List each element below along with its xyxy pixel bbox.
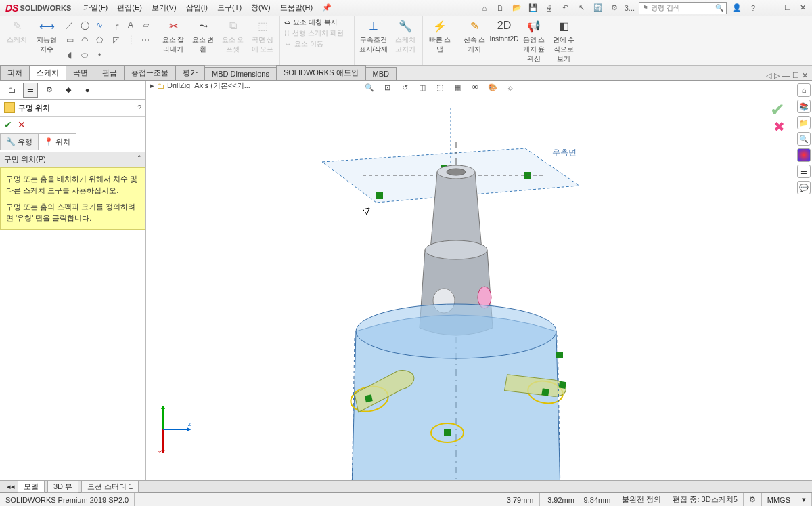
- menu-help[interactable]: 도움말(H): [280, 3, 313, 13]
- slot-icon[interactable]: ◖: [64, 49, 76, 61]
- menu-file[interactable]: 파일(F): [83, 3, 108, 13]
- status-units[interactable]: MMGS: [762, 493, 796, 506]
- rapid-snap-button[interactable]: ⚡빠른 스 냅: [427, 18, 453, 54]
- pm-tab-type[interactable]: 🔧유형: [0, 133, 39, 150]
- fillet-icon[interactable]: ╭: [110, 19, 122, 31]
- menu-insert[interactable]: 삽입(I): [186, 3, 208, 13]
- rapid-sketch-button[interactable]: ✎신속 스 케치: [461, 18, 487, 54]
- home-icon[interactable]: ⌂: [478, 2, 491, 14]
- menu-view[interactable]: 보기(V): [152, 3, 177, 13]
- normal-to-button[interactable]: ◧면에 수 직으로 보기: [551, 18, 577, 64]
- tab-sketch[interactable]: 스케치: [29, 65, 66, 80]
- print-icon[interactable]: 🖨: [543, 2, 556, 14]
- panel-tab-property-manager[interactable]: ☰: [23, 83, 38, 98]
- tab-addins[interactable]: SOLIDWORKS 애드인: [276, 65, 366, 80]
- new-icon[interactable]: 🗋: [495, 2, 507, 14]
- repair-sketch-button[interactable]: 🔧스케치 고치기: [392, 18, 418, 54]
- circle-icon[interactable]: ◯: [78, 19, 91, 31]
- rail-forum-icon[interactable]: 💬: [797, 181, 811, 194]
- pin-icon[interactable]: 📌: [322, 3, 332, 12]
- panel-tab-appearance[interactable]: ●: [80, 83, 95, 98]
- graphics-viewport[interactable]: ▸ 🗀 DrillZig_Axis (기본<<기... 🔍 ⊡ ↺ ◫ ⬚ ▦ …: [146, 81, 812, 480]
- tab-feature[interactable]: 피처: [0, 65, 30, 80]
- pm-ok-button[interactable]: ✔: [4, 119, 12, 130]
- maximize-button[interactable]: ☐: [781, 3, 794, 14]
- options-icon[interactable]: ⚙: [608, 2, 621, 14]
- ellipse-icon[interactable]: ⬭: [78, 49, 91, 61]
- rail-properties-icon[interactable]: ☰: [797, 165, 811, 178]
- line-icon[interactable]: ／: [64, 19, 76, 31]
- spline-icon[interactable]: ∿: [93, 19, 106, 31]
- pm-cancel-button[interactable]: ✕: [18, 119, 26, 130]
- arc-icon[interactable]: ◠: [78, 34, 91, 46]
- tab-weldment[interactable]: 용접구조물: [124, 65, 176, 80]
- plane-icon[interactable]: ▱: [139, 19, 152, 31]
- polygon-icon[interactable]: ⬠: [93, 34, 106, 46]
- panel-tab-config[interactable]: ⚙: [42, 83, 57, 98]
- doc-min-icon[interactable]: —: [782, 71, 790, 80]
- minimize-button[interactable]: —: [766, 3, 780, 14]
- pm-help-icon[interactable]: ?: [137, 104, 141, 112]
- constraints-button[interactable]: ⊥구속조건 표시/삭제: [359, 18, 388, 54]
- pm-tab-position[interactable]: 📍위치: [38, 133, 76, 150]
- tab-mbd-dimensions[interactable]: MBD Dimensions: [204, 67, 277, 80]
- document-window-controls: ◁ ▷ — ☐ ✕: [766, 71, 812, 80]
- tab-evaluate[interactable]: 평가: [175, 65, 205, 80]
- undo-icon[interactable]: ↶: [560, 2, 572, 14]
- tab-sheetmetal[interactable]: 판금: [95, 65, 125, 80]
- doc-next-icon[interactable]: ▷: [774, 71, 780, 80]
- panel-tab-feature-tree[interactable]: 🗀: [4, 83, 19, 98]
- doc-max-icon[interactable]: ☐: [792, 71, 799, 80]
- tab-model[interactable]: 모델: [18, 480, 45, 493]
- rebuild-icon[interactable]: 🔄: [592, 2, 604, 14]
- bottom-scroll-left[interactable]: ◂◂: [7, 482, 15, 491]
- tab-3dview[interactable]: 3D 뷰: [47, 480, 78, 493]
- smart-dimension-button[interactable]: ⟷지능형 치수: [34, 18, 60, 54]
- chamfer-icon[interactable]: ◸: [110, 34, 122, 46]
- save-icon[interactable]: 💾: [527, 2, 539, 14]
- text-icon[interactable]: A: [125, 19, 137, 31]
- command-search[interactable]: ⚑ 명령 검색 🔍: [639, 2, 727, 14]
- status-custom-icon[interactable]: ⚙: [744, 493, 762, 506]
- instant2d-button[interactable]: 2DInstant2D: [491, 18, 517, 43]
- surface-offset-button[interactable]: ⬚곡면 상 에 오프: [250, 18, 275, 54]
- convert-button[interactable]: ⤳요소 변 환: [190, 18, 216, 54]
- rail-resources-icon[interactable]: 📚: [797, 100, 811, 113]
- offset-button[interactable]: ⧉요소 오 프셋: [220, 18, 246, 54]
- open-icon[interactable]: 📂: [511, 2, 523, 14]
- user-icon[interactable]: 👤: [731, 2, 743, 14]
- menu-tools[interactable]: 도구(T): [217, 3, 242, 13]
- rect-icon[interactable]: ▭: [64, 34, 76, 46]
- tab-mbd[interactable]: MBD: [365, 67, 397, 80]
- tab-surface[interactable]: 곡면: [66, 65, 95, 80]
- menu-edit[interactable]: 편집(E): [117, 3, 142, 13]
- more-icon[interactable]: ⋯: [139, 34, 152, 46]
- pm-hint-box: 구멍 또는 홈을 배치하기 위해서 치수 및 다른 스케치 도구를 사용하십시오…: [0, 167, 145, 230]
- tab-motion-study[interactable]: 모션 스터디 1: [81, 480, 139, 493]
- rail-view-icon[interactable]: 🔍: [797, 132, 811, 146]
- help-icon[interactable]: ?: [747, 2, 759, 14]
- ribbon: ✎스케치 ⟷지능형 치수 ／ ◯ ∿ ▭ ◠ ⬠ ◖ ⬭ • ╭ A ▱ ◸ ┊…: [0, 16, 812, 66]
- panel-tab-dim[interactable]: ◆: [61, 83, 76, 98]
- rail-home-icon[interactable]: ⌂: [797, 83, 811, 97]
- sketch-button[interactable]: ✎스케치: [4, 18, 30, 45]
- centerline-icon[interactable]: ┊: [125, 34, 137, 46]
- doc-close-icon[interactable]: ✕: [802, 71, 808, 80]
- collapse-icon[interactable]: ˄: [137, 154, 141, 165]
- select-icon[interactable]: ↖: [576, 2, 588, 14]
- menu-window[interactable]: 창(W): [251, 3, 271, 13]
- pattern-button[interactable]: ⁞⁞선형 스케치 패턴: [284, 28, 344, 38]
- rail-library-icon[interactable]: 📁: [797, 116, 811, 129]
- doc-prev-icon[interactable]: ◁: [766, 71, 771, 80]
- point-icon[interactable]: •: [93, 49, 106, 61]
- trim-button[interactable]: ✂요소 잘 라내기: [160, 18, 186, 54]
- move-button[interactable]: ↔요소 이동: [284, 39, 323, 49]
- pm-section-header[interactable]: 구멍 위치(P)˄: [0, 152, 145, 167]
- mirror-button[interactable]: ⇔요소 대칭 복사: [284, 18, 338, 27]
- rail-appearance-icon[interactable]: [797, 148, 811, 162]
- status-dropdown-icon[interactable]: ▾: [796, 493, 812, 506]
- view-triad[interactable]: x z: [153, 406, 194, 453]
- close-button[interactable]: ✕: [796, 3, 809, 14]
- doc-name: 3...: [625, 2, 635, 14]
- shaded-contour-button[interactable]: 📢음영 스 케치 윤 곽선: [521, 18, 547, 64]
